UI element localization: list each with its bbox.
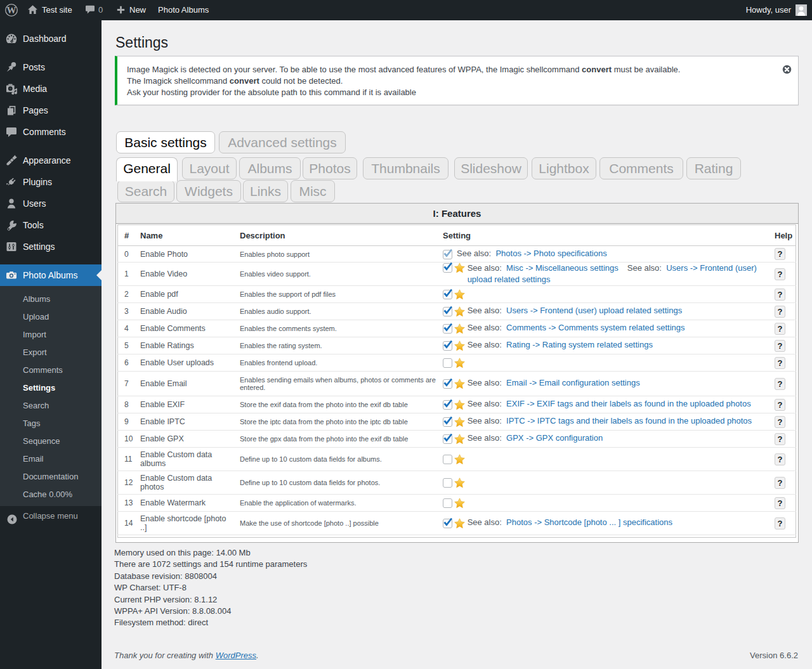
svg-text:W: W: [7, 5, 16, 15]
